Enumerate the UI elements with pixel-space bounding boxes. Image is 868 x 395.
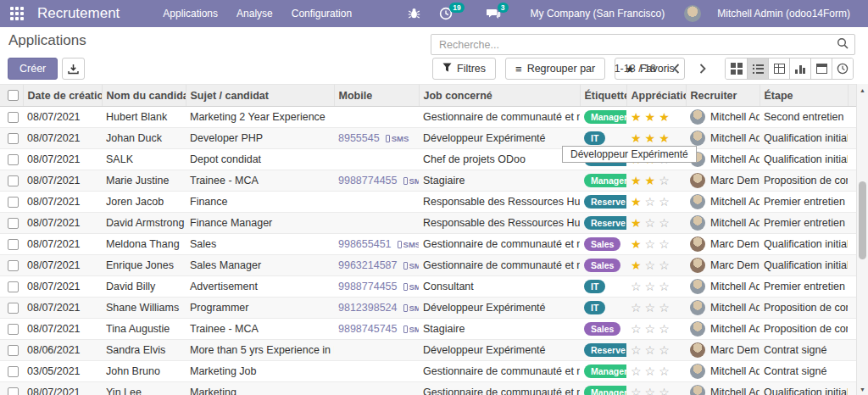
- rating-star[interactable]: ☆: [645, 301, 656, 314]
- app-title[interactable]: Recrutement: [37, 5, 120, 22]
- rating-star[interactable]: ☆: [659, 322, 670, 336]
- table-row[interactable]: 08/07/2021Enrique JonesSales Manager9963…: [0, 255, 856, 276]
- col-header-stage[interactable]: Étape: [760, 85, 848, 107]
- row-checkbox[interactable]: [8, 303, 19, 314]
- rating-star[interactable]: ★: [631, 216, 642, 230]
- rating-star[interactable]: ☆: [659, 259, 670, 272]
- rating-star[interactable]: ☆: [659, 386, 670, 395]
- apps-grid-icon[interactable]: [10, 7, 24, 20]
- rating-star[interactable]: ★: [631, 259, 642, 272]
- rating-star[interactable]: ★: [659, 131, 670, 145]
- rating-star[interactable]: ☆: [645, 216, 656, 230]
- mobile-link[interactable]: 9988774455: [338, 281, 398, 292]
- table-row[interactable]: 03/05/2021John BrunoMarketing JobGestion…: [0, 361, 856, 382]
- rating-star[interactable]: ☆: [645, 280, 656, 293]
- pager-next-icon[interactable]: [693, 58, 712, 79]
- row-checkbox[interactable]: [8, 218, 19, 229]
- vertical-scrollbar[interactable]: ▲ ▼: [856, 84, 868, 395]
- table-row[interactable]: 08/07/2021Marie JustineTrainee - MCA9988…: [0, 170, 856, 192]
- table-row[interactable]: 08/07/2021Yin LeeMarketingGestionnaire d…: [0, 382, 856, 395]
- row-checkbox[interactable]: [8, 281, 19, 292]
- rating-star[interactable]: ★: [631, 110, 642, 124]
- view-list-icon[interactable]: [747, 58, 768, 79]
- rating-star[interactable]: ☆: [631, 280, 642, 293]
- rating-star[interactable]: ☆: [659, 237, 670, 251]
- view-pivot-icon[interactable]: [768, 58, 789, 79]
- col-header-tags[interactable]: Étiquettes: [580, 85, 626, 107]
- sms-button[interactable]: SMS: [403, 325, 419, 334]
- debug-bug-icon[interactable]: [400, 8, 428, 19]
- rating-star[interactable]: ☆: [659, 195, 670, 209]
- view-graph-icon[interactable]: [789, 58, 810, 79]
- col-header-rating[interactable]: Appréciation: [626, 85, 686, 107]
- rating-star[interactable]: ☆: [631, 343, 642, 357]
- optional-columns-icon[interactable]: ⋮: [848, 85, 856, 107]
- rating-star[interactable]: ☆: [645, 364, 656, 378]
- sms-button[interactable]: SMS: [398, 240, 419, 249]
- user-menu[interactable]: Mitchell Admin (odoo14Form): [709, 8, 858, 19]
- sms-button[interactable]: SMS: [403, 303, 419, 313]
- rating-star[interactable]: ★: [631, 131, 642, 145]
- mobile-link[interactable]: 998655451: [338, 238, 392, 250]
- row-checkbox[interactable]: [8, 197, 19, 208]
- rating-star[interactable]: ☆: [645, 195, 656, 209]
- rating-star[interactable]: ★: [631, 174, 642, 187]
- rating-star[interactable]: ★: [631, 237, 642, 251]
- table-row[interactable]: 08/07/2021Meldona ThangSales998655451SMS…: [0, 234, 856, 255]
- scroll-down-icon[interactable]: ▼: [857, 384, 868, 394]
- col-header-recruiter[interactable]: Recruiter: [686, 85, 760, 107]
- scrollbar-thumb[interactable]: [859, 181, 866, 259]
- filters-button[interactable]: Filtres: [432, 58, 496, 80]
- mobile-link[interactable]: 9812398524: [338, 302, 398, 314]
- rating-star[interactable]: ☆: [631, 301, 642, 314]
- row-checkbox[interactable]: [8, 324, 19, 335]
- row-checkbox[interactable]: [8, 345, 19, 356]
- col-header-subject[interactable]: Sujet / candidat: [186, 85, 334, 107]
- row-checkbox[interactable]: [8, 154, 19, 165]
- row-checkbox[interactable]: [8, 387, 19, 395]
- row-checkbox[interactable]: [8, 175, 19, 186]
- export-download-button[interactable]: [62, 58, 85, 80]
- rating-star[interactable]: ☆: [659, 364, 670, 378]
- row-checkbox[interactable]: [8, 260, 19, 271]
- scroll-up-icon[interactable]: ▲: [857, 85, 868, 95]
- sms-button[interactable]: SMS: [403, 282, 419, 292]
- rating-star[interactable]: ☆: [659, 174, 670, 187]
- rating-star[interactable]: ☆: [659, 343, 670, 357]
- menu-applications[interactable]: Applications: [153, 0, 227, 27]
- row-checkbox[interactable]: [8, 112, 19, 123]
- mobile-link[interactable]: 9988774455: [338, 175, 398, 186]
- table-row[interactable]: 08/07/2021Johan DuckDeveloper PHP8955545…: [0, 128, 856, 149]
- sms-button[interactable]: SMS: [386, 134, 409, 143]
- col-header-date[interactable]: Date de création: [23, 85, 102, 107]
- rating-star[interactable]: ★: [645, 110, 656, 124]
- menu-configuration[interactable]: Configuration: [282, 0, 361, 27]
- pager-previous-icon[interactable]: [667, 58, 686, 79]
- col-header-candidate-name[interactable]: Nom du candidat: [102, 85, 186, 107]
- sms-button[interactable]: SMS: [403, 176, 419, 186]
- rating-star[interactable]: ★: [631, 195, 642, 209]
- table-row[interactable]: 08/07/2021David ArmstrongFinance Manager…: [0, 213, 856, 234]
- rating-star[interactable]: ★: [645, 174, 656, 187]
- col-header-mobile[interactable]: Mobile: [334, 85, 419, 107]
- sms-button[interactable]: SMS: [403, 261, 419, 270]
- row-checkbox[interactable]: [8, 239, 19, 250]
- rating-star[interactable]: ★: [659, 110, 670, 124]
- rating-star[interactable]: ☆: [645, 343, 656, 357]
- menu-analyse[interactable]: Analyse: [227, 0, 282, 27]
- rating-star[interactable]: ☆: [631, 322, 642, 336]
- table-row[interactable]: 08/07/2021Tina AugustieTrainee - MCA9898…: [0, 319, 856, 340]
- create-button[interactable]: Créer: [8, 58, 58, 80]
- table-row[interactable]: 08/07/2021Hubert BlankMarketing 2 Year E…: [0, 107, 856, 128]
- rating-star[interactable]: ☆: [631, 364, 642, 378]
- rating-star[interactable]: ☆: [645, 237, 656, 251]
- view-kanban-icon[interactable]: [726, 58, 747, 79]
- rating-star[interactable]: ☆: [645, 386, 656, 395]
- mobile-link[interactable]: 8955545: [338, 132, 380, 144]
- groupby-button[interactable]: ≡ Regrouper par: [505, 58, 605, 80]
- row-checkbox[interactable]: [8, 133, 19, 144]
- select-all-checkbox[interactable]: [8, 90, 19, 101]
- messages-chat-icon[interactable]: 3: [479, 8, 520, 20]
- table-row[interactable]: 08/07/2021SALKDepot condidatChef de proj…: [0, 149, 856, 170]
- rating-star[interactable]: ☆: [659, 216, 670, 230]
